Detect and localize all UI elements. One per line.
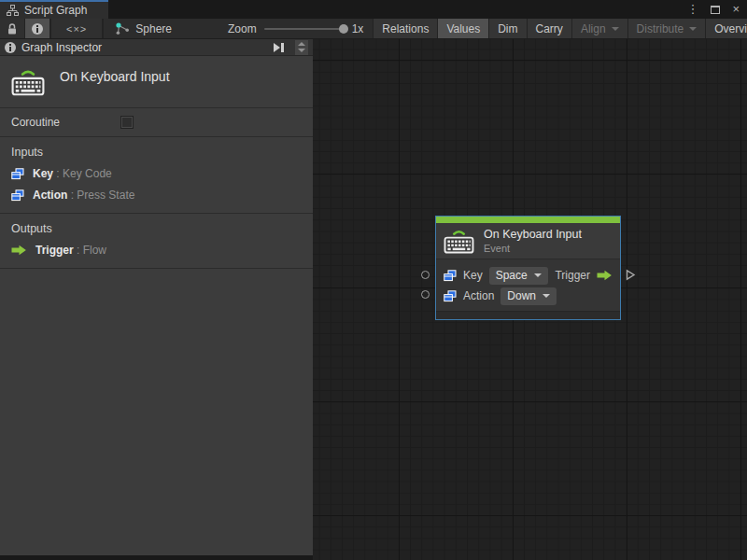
zoom-label: Zoom (228, 22, 257, 35)
coroutine-checkbox[interactable] (120, 116, 134, 129)
graph-owner-label: Sphere (135, 22, 172, 35)
values-button[interactable]: Values (438, 19, 489, 38)
node-footer (436, 311, 620, 319)
spinner-down-icon[interactable] (298, 49, 305, 52)
flow-arrow-icon (11, 245, 27, 256)
flow-arrow-icon (597, 270, 613, 281)
chevron-down-icon (689, 27, 697, 31)
key-dropdown-value: Space (496, 269, 528, 282)
inputs-title: Inputs (11, 146, 302, 159)
code-icon: <×> (66, 23, 87, 35)
distribute-label: Distribute (637, 22, 684, 35)
output-port-trigger[interactable] (625, 269, 636, 281)
dim-button[interactable]: Dim (489, 19, 527, 38)
keyboard-event-icon (444, 227, 474, 254)
zoom-control: Zoom 1x (183, 19, 373, 38)
lock-icon (7, 22, 18, 35)
relations-button[interactable]: Relations (373, 19, 438, 38)
zoom-slider-handle[interactable] (339, 24, 348, 34)
value-port-icon (11, 189, 24, 202)
close-icon[interactable]: × (732, 2, 740, 17)
graph-toolbar: <×> Sphere Zoom 1x Relations Values Dim … (0, 19, 747, 39)
unit-title: On Keyboard Input (60, 66, 170, 84)
node-title: On Keyboard Input (484, 228, 582, 241)
script-graph-window: Script Graph ⋮ × <×> (0, 0, 747, 560)
node-row-action: Action Down (444, 286, 613, 306)
inspector-header: Graph Inspector (0, 39, 313, 56)
trigger-output-label: Trigger (555, 269, 590, 282)
node-title-block: On Keyboard Input Event (484, 228, 582, 254)
graph-icon (7, 5, 19, 16)
tab-label: Script Graph (24, 4, 87, 17)
tab-script-graph[interactable]: Script Graph (0, 0, 108, 19)
graph-owner-button[interactable]: Sphere (104, 19, 183, 38)
input-port-action[interactable] (421, 290, 430, 299)
output-row-trigger: Trigger : Flow (11, 244, 302, 257)
outputs-section: Outputs Trigger : Flow (0, 214, 313, 269)
graph-canvas[interactable]: On Keyboard Input Event Key Space (313, 39, 747, 560)
keyboard-event-icon (11, 66, 45, 96)
node-row-key: Key Space Trigger (444, 265, 613, 286)
chevron-down-icon (612, 27, 619, 31)
unit-header: On Keyboard Input (0, 56, 313, 108)
node-body: Key Space Trigger (436, 259, 620, 311)
chevron-down-icon (534, 273, 542, 277)
info-icon (32, 23, 43, 35)
port-text: Action : Press State (33, 189, 134, 202)
zoom-value: 1x (352, 22, 364, 35)
key-dropdown[interactable]: Space (489, 267, 548, 285)
action-dropdown-value: Down (507, 289, 536, 302)
coroutine-label: Coroutine (11, 116, 120, 129)
align-label: Align (581, 22, 606, 35)
carry-button[interactable]: Carry (528, 19, 572, 38)
panel-spinner[interactable] (295, 40, 308, 55)
distribute-dropdown-button: Distribute (628, 19, 707, 38)
input-row-key: Key : Key Code (11, 167, 302, 180)
outputs-title: Outputs (11, 222, 302, 235)
expand-panel-icon[interactable] (274, 43, 284, 52)
node-subtitle: Event (484, 243, 582, 254)
info-icon (5, 42, 16, 53)
coroutine-row: Coroutine (0, 108, 313, 137)
input-port-key[interactable] (421, 271, 430, 279)
node-port-label-action: Action (463, 289, 494, 302)
edit-code-button[interactable]: <×> (51, 19, 103, 38)
node-on-keyboard-input[interactable]: On Keyboard Input Event Key Space (435, 216, 621, 320)
lock-button[interactable] (0, 19, 25, 38)
chevron-down-icon (543, 294, 550, 298)
value-port-icon (444, 270, 457, 282)
spinner-up-icon[interactable] (298, 42, 305, 46)
window-controls: ⋮ × (686, 2, 740, 17)
port-text: Key : Key Code (33, 167, 112, 180)
value-port-icon (11, 168, 24, 180)
graph-pointer-icon (115, 22, 130, 35)
node-port-label-key: Key (463, 269, 483, 282)
value-port-icon (444, 290, 457, 302)
graph-inspector-panel: Graph Inspector On Keyboard Input (0, 39, 313, 555)
inspector-toggle-button[interactable] (25, 19, 50, 38)
menu-icon[interactable]: ⋮ (686, 2, 698, 17)
align-dropdown-button: Align (572, 19, 628, 38)
inspector-title: Graph Inspector (21, 41, 268, 54)
trigger-output[interactable]: Trigger (555, 269, 613, 282)
title-bar: Script Graph ⋮ × (0, 0, 747, 19)
action-dropdown[interactable]: Down (500, 287, 557, 305)
node-accent-bar (436, 217, 620, 223)
zoom-slider[interactable] (264, 28, 345, 30)
input-row-action: Action : Press State (11, 189, 302, 202)
maximize-icon[interactable] (711, 6, 720, 14)
overview-button[interactable]: Overview (706, 19, 747, 38)
port-text: Trigger : Flow (35, 244, 106, 257)
inputs-section: Inputs Key : Key Code Action : Press Sta… (0, 137, 313, 214)
node-header[interactable]: On Keyboard Input Event (436, 223, 620, 259)
